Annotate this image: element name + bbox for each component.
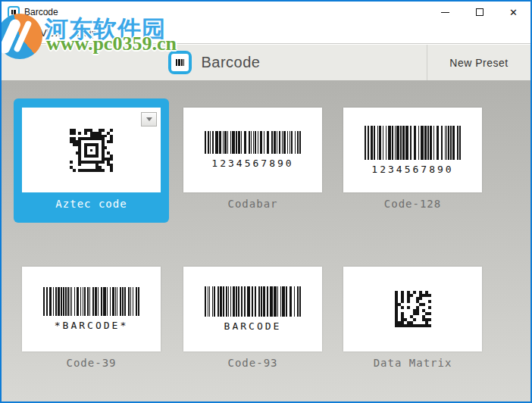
- card-preview: BARCODE: [183, 267, 322, 351]
- code39-preview-icon: [43, 287, 140, 319]
- menu-view[interactable]: View: [33, 23, 69, 43]
- barcode-logo-icon: [168, 51, 192, 74]
- app-title: Barcode: [202, 54, 261, 71]
- app-window: Barcode ✕ File View Help Barcode New Pre…: [0, 0, 532, 403]
- barcode-glyph: [11, 10, 16, 14]
- barcode-human-text: BARCODE: [224, 320, 282, 332]
- new-preset-label: New Preset: [449, 57, 508, 69]
- menu-help[interactable]: Help: [69, 23, 105, 43]
- maximize-icon: [476, 8, 483, 16]
- app-icon-inner: [9, 8, 18, 17]
- card-label: Code-128: [335, 198, 490, 210]
- chevron-down-icon: [146, 117, 152, 121]
- maximize-button[interactable]: [462, 2, 496, 23]
- close-button[interactable]: ✕: [496, 2, 530, 23]
- preset-dropdown-button[interactable]: [141, 112, 157, 127]
- close-icon: ✕: [509, 8, 518, 17]
- card-label: Codabar: [175, 198, 330, 210]
- codabar-preview-icon: [205, 131, 302, 157]
- card-label: Data Matrix: [335, 357, 490, 369]
- card-code-39[interactable]: *BARCODE* Code-39: [14, 258, 169, 382]
- card-code-93[interactable]: BARCODE Code-93: [175, 258, 330, 382]
- barcode-logo-inner: [171, 54, 189, 71]
- card-aztec-code[interactable]: Aztec code: [14, 98, 169, 223]
- card-data-matrix[interactable]: Data Matrix: [335, 258, 490, 382]
- card-codabar[interactable]: 1234567890 Codabar: [175, 98, 330, 223]
- barcode-human-text: 1234567890: [211, 158, 293, 169]
- card-preview: [343, 267, 482, 351]
- menu-file[interactable]: File: [2, 23, 33, 43]
- header-brand: Barcode: [2, 45, 427, 80]
- barcode-human-text: *BARCODE*: [55, 320, 128, 331]
- new-preset-button[interactable]: New Preset: [427, 45, 530, 80]
- card-preview: 1234567890: [183, 108, 322, 192]
- card-preview: 1234567890: [343, 108, 482, 192]
- card-label: Aztec code: [14, 198, 169, 210]
- minimize-icon: [441, 12, 449, 13]
- titlebar: Barcode ✕: [2, 2, 530, 23]
- window-title: Barcode: [24, 7, 58, 17]
- barcode-grid: Aztec code 1234567890 Codabar 1234567890…: [2, 80, 530, 401]
- card-preview: *BARCODE*: [22, 267, 161, 351]
- barcode-human-text: 1234567890: [371, 164, 453, 175]
- menubar: File View Help: [2, 23, 530, 44]
- minimize-button[interactable]: [428, 2, 462, 23]
- window-controls: ✕: [428, 2, 530, 23]
- code128-preview-icon: [365, 126, 462, 163]
- code93-preview-icon: [205, 286, 302, 320]
- datamatrix-preview-icon: [395, 291, 431, 327]
- card-label: Code-93: [175, 357, 330, 369]
- card-label: Code-39: [14, 357, 169, 369]
- card-preview: [22, 108, 161, 192]
- card-code-128[interactable]: 1234567890 Code-128: [335, 98, 490, 223]
- aztec-code-preview-icon: [70, 129, 113, 172]
- app-icon: [8, 6, 20, 18]
- barcode-glyph: [176, 59, 184, 66]
- header: Barcode New Preset: [2, 45, 530, 80]
